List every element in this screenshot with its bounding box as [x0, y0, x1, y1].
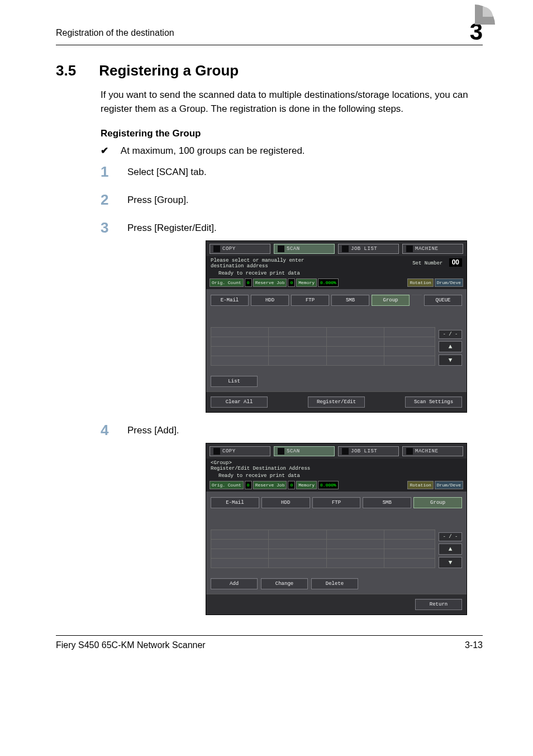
checkmark-note-text: At maximum, 100 groups can be registered… [121, 145, 305, 156]
clear-all-button[interactable]: Clear All [211, 396, 268, 408]
scroll-down-button[interactable]: ▼ [439, 557, 462, 568]
scan-icon [278, 245, 284, 252]
register-edit-button[interactable]: Register/Edit [308, 396, 365, 408]
step-1-text: Select [SCAN] tab. [127, 167, 207, 178]
dest-tab-hdd[interactable]: HDD [261, 497, 310, 508]
scan-icon [278, 448, 284, 455]
joblist-icon [342, 245, 349, 252]
footer-page-number: 3-13 [465, 640, 483, 650]
scan-settings-button[interactable]: Scan Settings [405, 396, 462, 408]
status-row: Orig. Count 0 Reserve Job 0 Memory 0.000… [206, 278, 467, 289]
dest-tab-ftp[interactable]: FTP [291, 295, 329, 306]
header-section-name: Registration of the destination [56, 28, 174, 38]
dest-tab-queue[interactable]: QUEUE [424, 295, 462, 306]
dest-tab-smb[interactable]: SMB [363, 497, 411, 508]
tab-copy[interactable]: COPY [210, 244, 270, 254]
dest-tab-group[interactable]: Group [413, 497, 462, 508]
footer-product: Fiery S450 65C-KM Network Scanner [56, 640, 206, 650]
tab-scan[interactable]: SCAN [274, 446, 335, 456]
delete-button[interactable]: Delete [311, 578, 358, 589]
section-title-text: Registering a Group [99, 62, 239, 79]
copy-icon [213, 448, 220, 455]
list-button[interactable]: List [211, 376, 258, 387]
checkmark-note-row: ✔ At maximum, 100 groups can be register… [101, 145, 483, 157]
checkmark-icon: ✔ [101, 145, 108, 156]
tab-machine[interactable]: MACHINE [402, 244, 463, 254]
status-row: Orig. Count 0 Reserve Job 0 Memory 0.000… [206, 481, 467, 492]
step-4-text: Press [Add]. [127, 425, 179, 436]
tab-machine[interactable]: MACHINE [402, 446, 463, 456]
step-3-text: Press [Register/Edit]. [127, 223, 217, 234]
corner-ornament [474, 4, 495, 26]
scroll-up-button[interactable]: ▲ [439, 544, 462, 555]
tab-scan[interactable]: SCAN [274, 244, 335, 254]
page-header: Registration of the destination 3 [56, 22, 483, 45]
add-button[interactable]: Add [211, 578, 258, 589]
dest-tab-smb[interactable]: SMB [331, 295, 369, 306]
page-footer: Fiery S450 65C-KM Network Scanner 3-13 [56, 635, 483, 650]
panel-breadcrumb: <Group> Register/Edit Destination Addres… [211, 461, 310, 472]
subsection-heading: Registering the Group [101, 128, 483, 139]
section-title: 3.5 Registering a Group [56, 62, 483, 79]
machine-icon [406, 245, 413, 252]
tab-joblist[interactable]: JOB LIST [338, 244, 399, 254]
dest-tab-ftp[interactable]: FTP [312, 497, 361, 508]
panel-message: Please select or manually enter destinat… [211, 258, 304, 270]
machine-icon [406, 448, 413, 455]
scroll-up-button[interactable]: ▲ [439, 341, 462, 352]
copy-icon [213, 245, 220, 252]
page-indicator: - / - [439, 532, 462, 541]
ready-line: Ready to receive print data [206, 472, 467, 481]
dest-tab-group[interactable]: Group [372, 295, 410, 306]
change-button[interactable]: Change [261, 578, 308, 589]
tab-joblist[interactable]: JOB LIST [338, 446, 399, 456]
device-panel-1: COPY SCAN JOB LIST MACHINE Please select… [206, 240, 467, 413]
ready-line: Ready to receive print data [206, 270, 467, 278]
dest-tab-email[interactable]: E-Mail [211, 497, 259, 508]
section-number: 3.5 [56, 62, 95, 79]
destination-list [211, 530, 435, 568]
device-panel-2: COPY SCAN JOB LIST MACHINE <Group> Regis… [206, 443, 467, 615]
page-indicator: - / - [439, 330, 462, 339]
return-button[interactable]: Return [415, 599, 462, 610]
scroll-down-button[interactable]: ▼ [439, 355, 462, 366]
set-number: Set Number 00 [412, 258, 462, 270]
dest-tab-email[interactable]: E-Mail [211, 295, 249, 306]
tab-copy[interactable]: COPY [210, 446, 270, 456]
joblist-icon [342, 448, 349, 455]
section-intro: If you want to send the scanned data to … [101, 88, 483, 116]
step-2-text: Press [Group]. [127, 195, 189, 206]
destination-list [211, 327, 435, 366]
dest-tab-hdd[interactable]: HDD [251, 295, 289, 306]
